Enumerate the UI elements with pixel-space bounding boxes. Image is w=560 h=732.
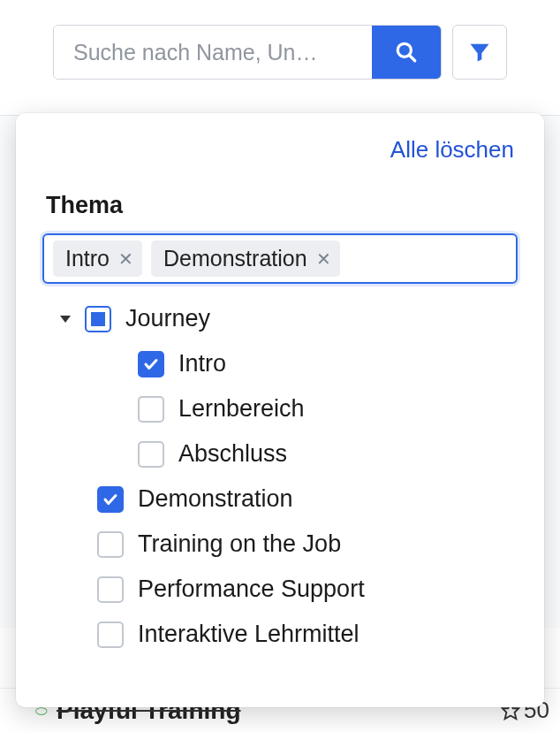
tree-checkbox[interactable] xyxy=(97,576,124,603)
tree-node: Demonstration xyxy=(42,477,525,522)
tree-node-label[interactable]: Performance Support xyxy=(138,576,365,603)
svg-line-1 xyxy=(409,55,415,61)
tree-node: Interaktive Lehrmittel xyxy=(42,612,525,657)
remove-tag-icon[interactable]: ✕ xyxy=(118,250,133,268)
tree-node-label[interactable]: Demonstration xyxy=(138,485,293,513)
filter-section-label: Thema xyxy=(16,164,544,233)
tree-node: Journey xyxy=(42,296,525,341)
tree-node: Intro xyxy=(42,341,525,386)
topic-tree[interactable]: JourneyIntroLernbereichAbschlussDemonstr… xyxy=(42,296,534,685)
tree-checkbox[interactable] xyxy=(138,396,164,423)
tree-node-label[interactable]: Training on the Job xyxy=(138,530,341,558)
tree-node: Performance Support xyxy=(42,567,525,612)
filter-tag: Demonstration✕ xyxy=(151,240,340,277)
remove-tag-icon[interactable]: ✕ xyxy=(316,250,331,268)
search-input[interactable] xyxy=(54,26,372,79)
tree-node-label[interactable]: Abschluss xyxy=(178,440,287,468)
tree-node-label[interactable]: Lernbereich xyxy=(178,395,305,423)
filter-popover: Alle löschen Thema Intro✕Demonstration✕ … xyxy=(16,113,544,707)
tree-node: Abschluss xyxy=(42,431,525,477)
tree-node: Training on the Job xyxy=(42,522,525,567)
tree-checkbox[interactable] xyxy=(85,306,111,332)
expand-caret-icon[interactable] xyxy=(60,316,71,323)
tag-input-field[interactable]: Intro✕Demonstration✕ xyxy=(42,233,518,284)
search-icon xyxy=(395,41,418,64)
tree-node: Lernbereich xyxy=(42,386,525,431)
tree-node-label[interactable]: Journey xyxy=(125,305,210,332)
tree-checkbox[interactable] xyxy=(97,531,124,558)
search-field-wrapper xyxy=(53,25,442,80)
tree-checkbox[interactable] xyxy=(97,486,124,513)
tree-node-label[interactable]: Intro xyxy=(178,350,226,377)
clear-all-link[interactable]: Alle löschen xyxy=(16,136,544,164)
filter-tag-label: Intro xyxy=(65,246,110,271)
filter-tag-label: Demonstration xyxy=(163,246,307,271)
tree-node-label[interactable]: Interaktive Lehrmittel xyxy=(138,621,359,648)
filter-button[interactable] xyxy=(452,25,507,80)
tree-checkbox[interactable] xyxy=(138,441,164,468)
search-button[interactable] xyxy=(372,26,441,79)
funnel-icon xyxy=(467,40,492,65)
tree-checkbox[interactable] xyxy=(138,351,164,377)
tree-checkbox[interactable] xyxy=(97,621,124,648)
filter-tag: Intro✕ xyxy=(53,240,142,277)
